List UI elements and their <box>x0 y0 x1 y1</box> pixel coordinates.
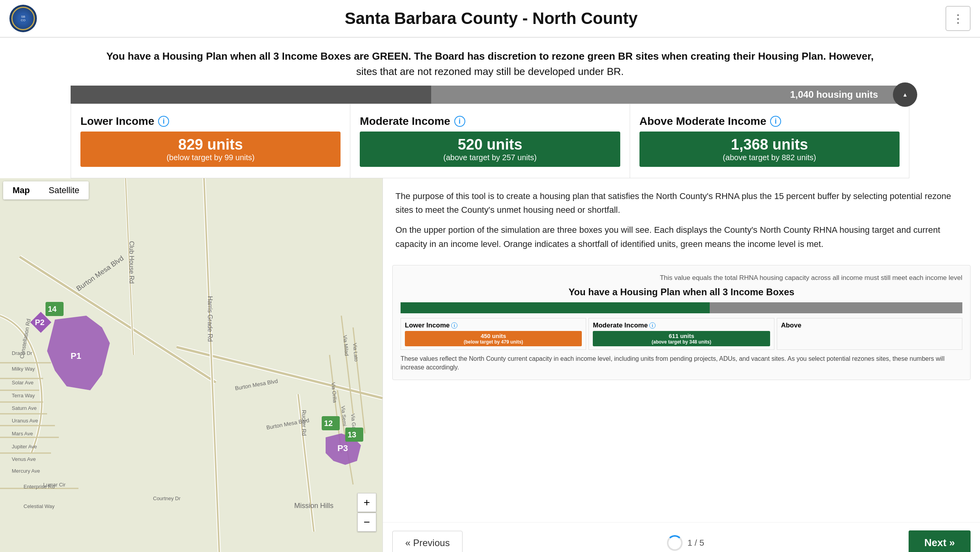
svg-text:Venus Ave: Venus Ave <box>12 456 36 462</box>
lower-income-label: Lower Income <box>80 115 154 128</box>
mini-footer-text: These values reflect the North County cu… <box>401 355 962 372</box>
mini-moderate-label: Moderate Income <box>593 322 648 329</box>
income-cell-moderate: Moderate Income i 520 units (above targe… <box>350 104 630 178</box>
map-area[interactable]: Map Satellite <box>0 178 383 552</box>
mini-progress-bar <box>401 302 962 313</box>
map-controls: + − <box>357 493 376 532</box>
svg-text:P1: P1 <box>71 351 81 361</box>
income-boxes-row: Lower Income i 829 units (below target b… <box>71 104 909 178</box>
moderate-income-units: 520 units <box>368 136 612 153</box>
menu-button[interactable]: ⋮ <box>945 6 971 31</box>
next-button[interactable]: Next » <box>909 530 971 552</box>
mini-income-moderate: Moderate Income i 611 units (above targe… <box>588 318 774 350</box>
above-moderate-income-label: Above Moderate Income <box>639 115 767 128</box>
svg-text:Saturn Ave: Saturn Ave <box>12 405 36 411</box>
svg-text:14: 14 <box>48 305 57 313</box>
mini-title: You have a Housing Plan when all 3 Incom… <box>401 287 962 298</box>
page-title: Santa Barbara County - North County <box>37 9 945 28</box>
lower-income-sub: (below target by 99 units) <box>88 153 333 162</box>
mini-progress-fill <box>401 302 710 313</box>
lower-income-info-icon[interactable]: i <box>158 116 169 127</box>
loading-spinner <box>667 535 683 551</box>
progress-fill <box>71 86 431 104</box>
above-moderate-income-info-icon[interactable]: i <box>770 116 781 127</box>
svg-text:Jupiter Ave: Jupiter Ave <box>12 444 37 450</box>
svg-text:Mission Hills: Mission Hills <box>294 502 333 510</box>
panel-nav: « Previous 1 / 5 Next » <box>383 522 980 552</box>
mini-lower-info-icon[interactable]: i <box>451 322 457 329</box>
progress-label: 1,040 housing units <box>790 89 878 100</box>
progress-remaining: 1,040 housing units ▲ <box>431 86 909 104</box>
svg-text:Uranus Ave: Uranus Ave <box>12 418 38 424</box>
mini-note: This value equals the total RHNA housing… <box>401 273 962 283</box>
mini-income-lower: Lower Income i 450 units (below target b… <box>401 318 586 350</box>
svg-text:Milky Way: Milky Way <box>12 366 35 372</box>
map-svg: Burton Mesa Blvd Harris Grade Rd Club Ho… <box>0 178 383 552</box>
mini-preview-card: This value equals the total RHNA housing… <box>392 265 971 380</box>
mini-income-row: Lower Income i 450 units (below target b… <box>401 318 962 350</box>
app-logo: SBCO <box>9 5 37 32</box>
svg-text:12: 12 <box>324 419 333 428</box>
svg-text:P2: P2 <box>35 318 44 327</box>
info-banner: You have a Housing Plan when all 3 Incom… <box>0 38 980 86</box>
mini-lower-sub: (below target by 479 units) <box>408 339 579 345</box>
above-moderate-income-units: 1,368 units <box>647 136 892 153</box>
lower-income-badge: 829 units (below target by 99 units) <box>80 132 341 167</box>
svg-text:Courtney Dr: Courtney Dr <box>153 495 181 501</box>
svg-text:Draco Dr: Draco Dr <box>12 350 33 356</box>
svg-text:Solar Ave: Solar Ave <box>12 380 33 386</box>
app-header: SBCO Santa Barbara County - North County… <box>0 0 980 38</box>
mini-moderate-info-icon[interactable]: i <box>649 322 656 329</box>
moderate-income-info-icon[interactable]: i <box>454 116 465 127</box>
svg-text:Celestial Way: Celestial Way <box>24 503 55 509</box>
info-paragraph-2: On the upper portion of the simulation a… <box>395 223 967 250</box>
mini-lower-badge: 450 units (below target by 479 units) <box>405 331 582 346</box>
svg-text:Lumar Cir: Lumar Cir <box>43 482 66 488</box>
progress-marker: ▲ <box>893 82 917 107</box>
svg-text:Club House Rd: Club House Rd <box>128 241 135 284</box>
page-number: 1 / 5 <box>687 538 704 548</box>
main-content: Map Satellite <box>0 178 980 552</box>
zoom-in-button[interactable]: + <box>357 493 376 512</box>
moderate-income-label: Moderate Income <box>360 115 450 128</box>
svg-text:Harris Grade Rd: Harris Grade Rd <box>207 296 213 342</box>
progress-bar: 1,040 housing units ▲ <box>71 86 909 104</box>
mini-moderate-badge: 611 units (above target by 348 units) <box>593 331 770 346</box>
info-panel: The purpose of this tool is to create a … <box>383 178 980 552</box>
lower-income-units: 829 units <box>88 136 333 153</box>
svg-text:Mars Ave: Mars Ave <box>12 431 33 437</box>
svg-text:Mercury Ave: Mercury Ave <box>12 468 40 474</box>
mini-income-above: Above <box>777 318 962 350</box>
map-tabs: Map Satellite <box>3 181 89 199</box>
tab-satellite[interactable]: Satellite <box>39 181 89 199</box>
svg-text:P3: P3 <box>337 443 348 453</box>
svg-text:13: 13 <box>348 430 356 439</box>
page-indicator: 1 / 5 <box>667 535 704 551</box>
mini-above-label: Above <box>781 322 801 329</box>
tab-map[interactable]: Map <box>3 181 39 199</box>
above-moderate-income-badge: 1,368 units (above target by 882 units) <box>639 132 900 167</box>
moderate-income-badge: 520 units (above target by 257 units) <box>360 132 620 167</box>
mini-lower-units: 450 units <box>408 333 579 339</box>
mini-moderate-units: 611 units <box>596 333 767 339</box>
mini-progress-rest <box>710 302 962 313</box>
mini-lower-label: Lower Income <box>405 322 450 329</box>
previous-button[interactable]: « Previous <box>392 531 463 552</box>
income-cell-lower: Lower Income i 829 units (below target b… <box>71 104 350 178</box>
zoom-out-button[interactable]: − <box>357 513 376 532</box>
info-panel-text: The purpose of this tool is to create a … <box>383 178 980 265</box>
info-paragraph-1: The purpose of this tool is to create a … <box>395 189 967 217</box>
income-cell-above-moderate: Above Moderate Income i 1,368 units (abo… <box>630 104 909 178</box>
svg-text:Terra Way: Terra Way <box>12 393 35 398</box>
above-moderate-income-sub: (above target by 882 units) <box>647 153 892 162</box>
mini-moderate-sub: (above target by 348 units) <box>596 339 767 345</box>
moderate-income-sub: (above target by 257 units) <box>368 153 612 162</box>
